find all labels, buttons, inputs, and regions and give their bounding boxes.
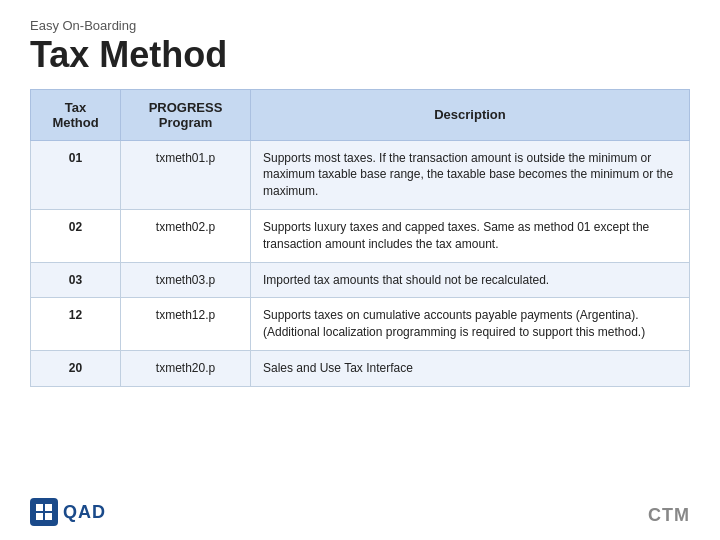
svg-rect-3 bbox=[45, 513, 52, 520]
cell-description: Supports most taxes. If the transaction … bbox=[251, 140, 690, 209]
cell-taxmethod: 12 bbox=[31, 298, 121, 351]
cell-description: Supports taxes on cumulative accounts pa… bbox=[251, 298, 690, 351]
qad-svg-icon bbox=[35, 503, 53, 521]
table-row: 20txmeth20.pSales and Use Tax Interface bbox=[31, 350, 690, 386]
cell-taxmethod: 03 bbox=[31, 262, 121, 298]
cell-description: Supports luxury taxes and capped taxes. … bbox=[251, 209, 690, 262]
cell-progress: txmeth20.p bbox=[121, 350, 251, 386]
tax-method-table: TaxMethod PROGRESSProgram Description 01… bbox=[30, 89, 690, 387]
svg-rect-2 bbox=[36, 513, 43, 520]
table-header-row: TaxMethod PROGRESSProgram Description bbox=[31, 89, 690, 140]
cell-progress: txmeth01.p bbox=[121, 140, 251, 209]
subtitle: Easy On-Boarding bbox=[30, 18, 690, 33]
qad-label: QAD bbox=[63, 502, 106, 523]
page-container: Easy On-Boarding Tax Method TaxMethod PR… bbox=[0, 0, 720, 540]
table-row: 12txmeth12.pSupports taxes on cumulative… bbox=[31, 298, 690, 351]
qad-logo: QAD bbox=[30, 498, 106, 526]
table-row: 02txmeth02.pSupports luxury taxes and ca… bbox=[31, 209, 690, 262]
table-row: 01txmeth01.pSupports most taxes. If the … bbox=[31, 140, 690, 209]
svg-rect-0 bbox=[36, 504, 43, 511]
cell-description: Sales and Use Tax Interface bbox=[251, 350, 690, 386]
col-header-description: Description bbox=[251, 89, 690, 140]
svg-rect-1 bbox=[45, 504, 52, 511]
col-header-taxmethod: TaxMethod bbox=[31, 89, 121, 140]
watermark: CTM bbox=[648, 505, 690, 526]
cell-progress: txmeth02.p bbox=[121, 209, 251, 262]
footer: QAD bbox=[30, 498, 106, 526]
col-header-progress: PROGRESSProgram bbox=[121, 89, 251, 140]
cell-taxmethod: 02 bbox=[31, 209, 121, 262]
main-title: Tax Method bbox=[30, 35, 690, 75]
cell-progress: txmeth03.p bbox=[121, 262, 251, 298]
cell-taxmethod: 01 bbox=[31, 140, 121, 209]
table-row: 03txmeth03.pImported tax amounts that sh… bbox=[31, 262, 690, 298]
cell-progress: txmeth12.p bbox=[121, 298, 251, 351]
qad-icon bbox=[30, 498, 58, 526]
cell-taxmethod: 20 bbox=[31, 350, 121, 386]
cell-description: Imported tax amounts that should not be … bbox=[251, 262, 690, 298]
